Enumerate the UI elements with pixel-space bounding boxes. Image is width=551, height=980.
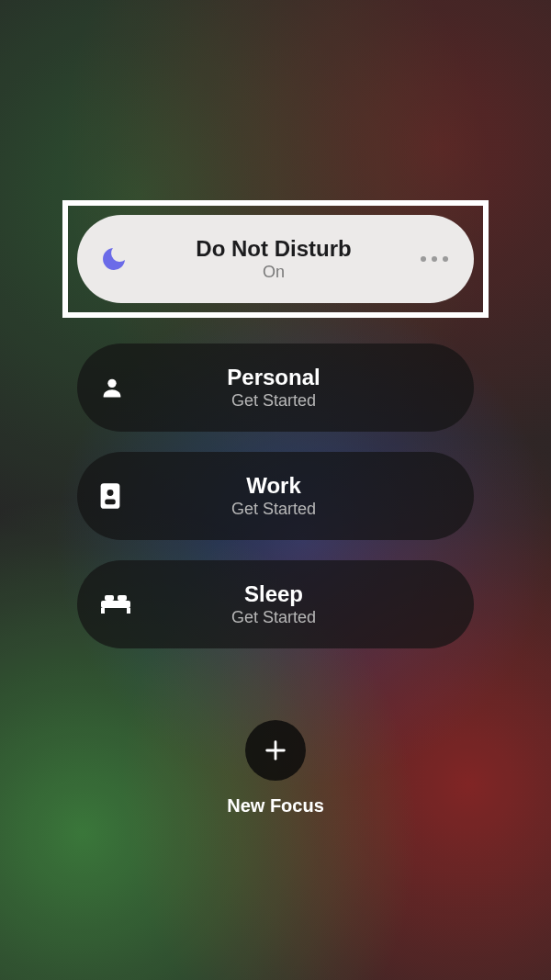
focus-title: Do Not Disturb — [196, 236, 351, 262]
focus-personal[interactable]: Personal Get Started — [77, 344, 474, 432]
focus-do-not-disturb[interactable]: Do Not Disturb On — [77, 215, 474, 303]
svg-rect-5 — [105, 595, 114, 601]
focus-sleep[interactable]: Sleep Get Started — [77, 560, 474, 648]
ellipsis-icon[interactable] — [404, 256, 448, 262]
focus-title: Work — [246, 473, 301, 499]
new-focus-label: New Focus — [227, 795, 324, 817]
svg-rect-6 — [118, 595, 127, 601]
focus-title: Personal — [227, 365, 320, 390]
person-icon — [99, 375, 143, 400]
new-focus-button[interactable]: New Focus — [227, 720, 324, 817]
focus-status: Get Started — [231, 391, 316, 411]
svg-rect-7 — [101, 608, 105, 614]
svg-point-0 — [107, 379, 116, 388]
focus-work[interactable]: Work Get Started — [77, 452, 474, 540]
svg-rect-8 — [127, 608, 130, 614]
svg-point-2 — [107, 490, 114, 496]
svg-rect-3 — [105, 499, 116, 504]
focus-menu: Do Not Disturb On Personal Get Started — [0, 0, 551, 817]
moon-icon — [99, 244, 143, 274]
focus-title: Sleep — [244, 581, 303, 607]
focus-status: Get Started — [231, 608, 316, 627]
svg-rect-4 — [101, 601, 130, 608]
plus-icon — [245, 720, 306, 781]
badge-icon — [99, 482, 143, 510]
active-focus-highlight: Do Not Disturb On — [62, 200, 489, 318]
focus-status: Get Started — [231, 500, 316, 519]
focus-status: On — [263, 263, 285, 282]
bed-icon — [99, 591, 143, 617]
